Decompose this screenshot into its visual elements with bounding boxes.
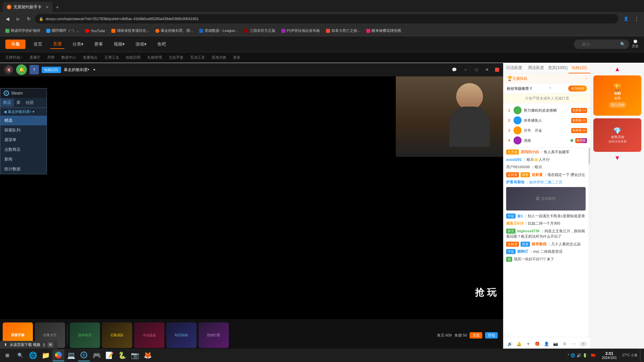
ad-banner-1[interactable]: 🏆 钻粉 金秋 进入活动 xyxy=(593,75,641,116)
chat-tab-weekly[interactable]: 周活跃度 xyxy=(525,63,547,73)
chat-toggle-icon[interactable]: 💬 xyxy=(449,65,459,74)
banner-item-3[interactable]: 召集战队 xyxy=(102,322,132,348)
minimize-button[interactable]: – xyxy=(462,66,470,74)
nav-match[interactable]: 赛事 xyxy=(92,40,106,49)
stream-video-black[interactable]: 抢 玩 xyxy=(0,76,503,319)
notification-close-btn[interactable]: ✕ xyxy=(48,342,53,347)
bookmark-league[interactable]: 英雄数据 - League... xyxy=(197,27,241,34)
chat-tab-diamond[interactable]: 钻粉(32) xyxy=(569,63,590,73)
search-icon[interactable]: 🔍 xyxy=(620,42,625,47)
chat-btn-gift[interactable]: 🎁 xyxy=(533,340,541,348)
chat-btn-volume[interactable]: 🔊 xyxy=(506,340,514,348)
systray-network[interactable]: 🌐 xyxy=(571,353,575,358)
steam-nav-library[interactable]: 库 xyxy=(14,99,23,107)
steam-menu-wishlist[interactable]: 愿望单 xyxy=(0,135,47,145)
nav-games[interactable]: 游戏▾ xyxy=(133,40,149,49)
chat-btn-more[interactable]: ⋯ xyxy=(570,340,578,348)
sub-nav-4[interactable]: 直播地点 xyxy=(83,55,98,60)
sub-nav-10[interactable]: 星海功效 xyxy=(212,55,226,60)
bookmark-network[interactable]: 网虚同学的矿物间 xyxy=(3,27,43,34)
bookmark-henhenhenhne[interactable]: 嗯哼嗯哼（'·'）... xyxy=(44,27,82,34)
close-button[interactable]: ✕ xyxy=(483,66,491,74)
bookmark-yifei[interactable]: 约伊菲扯地址发布板 xyxy=(279,27,323,34)
taskbar-notes[interactable]: 📝 xyxy=(103,349,115,361)
taskbar-edge[interactable]: 🌐 xyxy=(27,349,39,361)
taskbar-camera-app[interactable]: 📷 xyxy=(129,349,141,361)
taskbar-weather[interactable]: 17°C 小满 xyxy=(620,353,639,358)
sub-nav-3[interactable]: 数据中心 xyxy=(61,55,76,60)
steam-menu-stats[interactable]: 统计数据 xyxy=(0,164,47,174)
recharge-button[interactable]: 充值 xyxy=(470,332,482,339)
follow-button[interactable]: ▾ xyxy=(93,67,95,72)
banner-item-6[interactable]: 扭动行星 xyxy=(199,322,229,348)
taskbar-terminal[interactable]: 💻 xyxy=(65,349,77,361)
steam-menu-points[interactable]: 点数商店 xyxy=(0,145,47,155)
gift-bag-button[interactable]: 背包 xyxy=(485,332,498,339)
fan-level-help[interactable]: ? xyxy=(549,86,551,90)
fan-badge-button[interactable]: 成为钻粉 xyxy=(568,85,587,92)
steam-nav-community[interactable]: 社区 xyxy=(23,99,37,107)
steam-menu-discovery[interactable]: 探索队列 xyxy=(0,125,47,135)
nav-video[interactable]: 视频▾ xyxy=(111,40,127,49)
banner-item-5[interactable]: 钻石钻钻 xyxy=(166,322,197,348)
bookmark-sanguo[interactable]: 三国杀官方正版 xyxy=(241,27,278,34)
ad-banner-2[interactable]: 💎 金秋活动 金秋活动来袭 xyxy=(593,118,641,152)
douyu-logo[interactable]: 斗鱼 xyxy=(5,40,25,49)
sub-nav-2[interactable]: 丹野 xyxy=(47,55,55,60)
chat-tab-daily[interactable]: 日活跃度 xyxy=(503,63,525,73)
forward-button[interactable]: ▶ xyxy=(13,14,23,23)
nav-fishbar[interactable]: 鱼吧 xyxy=(155,40,169,49)
active-tab[interactable]: 鱼 无畏契约新手卡 ✕ xyxy=(3,2,53,12)
taskbar-firefox-app[interactable]: 🦊 xyxy=(142,349,154,361)
nav-live[interactable]: 直播 xyxy=(50,40,64,49)
taskbar-discord[interactable]: 🎮 xyxy=(91,349,103,361)
nav-home[interactable]: 首页 xyxy=(31,40,45,49)
systray-battery[interactable]: 🔋 xyxy=(583,353,587,358)
sub-nav-9[interactable]: 互动工具 xyxy=(190,55,205,60)
address-bar[interactable]: 🔒 douyu.com/topic/wwxsk?rid=251783&dyshi… xyxy=(35,14,619,23)
chat-btn-user[interactable]: 👤 xyxy=(543,340,550,348)
bookmark-canada[interactable]: 加拿大死亡之旅... xyxy=(323,27,363,34)
bookmark-sakura[interactable]: 醒来被樱花绕包围 xyxy=(364,27,404,34)
show-desktop-button[interactable] xyxy=(640,349,643,362)
bookmark-baozou[interactable]: 暴走的银剑君、限... xyxy=(153,27,196,34)
chat-btn-camera[interactable]: 📷 xyxy=(552,340,559,348)
sub-nav-6[interactable]: 知能启用 xyxy=(126,55,141,60)
down-scroll-btn[interactable]: ▼ xyxy=(593,155,641,162)
banner-item-4[interactable]: 小么运运 xyxy=(134,322,164,348)
maximize-button[interactable]: □ xyxy=(472,66,480,74)
nav-category[interactable]: 分类▾ xyxy=(70,40,86,49)
taskbar-explorer[interactable]: 📁 xyxy=(40,349,52,361)
mic-button[interactable]: 🔇 xyxy=(4,65,13,74)
up-scroll-btn[interactable]: ▲ xyxy=(593,66,641,73)
profile-icon[interactable]: 👤 xyxy=(621,14,631,23)
sub-nav-5[interactable]: 王博工业 xyxy=(104,55,119,60)
refresh-button[interactable]: ↻ xyxy=(24,14,34,23)
new-tab-button[interactable]: + xyxy=(53,3,62,12)
back-button[interactable]: ◀ xyxy=(3,14,12,23)
windows-start-button[interactable]: ⊞ xyxy=(1,349,13,361)
chat-btn-bell[interactable]: 🔔 xyxy=(515,340,523,348)
banner-item-2[interactable]: 森林秘境 xyxy=(70,322,100,348)
sub-nav-7[interactable]: 礼物管理 xyxy=(147,55,162,60)
steam-menu-featured[interactable]: 精选 xyxy=(0,116,47,125)
settings-icon[interactable]: ⋮ xyxy=(632,14,641,23)
chat-tab-vip[interactable]: 贵宾(1091) xyxy=(547,63,569,73)
steam-nav-store[interactable]: 商店 xyxy=(0,99,14,107)
sub-nav-1[interactable]: 直播厅 xyxy=(30,55,41,60)
taskbar-notification[interactable]: 🇨🇳 xyxy=(588,353,598,358)
chat-btn-settings[interactable]: ⚙ xyxy=(561,340,569,348)
steam-menu-news[interactable]: 新闻 xyxy=(0,155,47,164)
sub-nav-0[interactable]: 王牌作战♀ xyxy=(5,55,23,60)
bookmark-youtube[interactable]: YouTube xyxy=(83,28,108,34)
bookmark-hunan[interactable]: 湖南省投资项目在... xyxy=(109,27,152,34)
taskbar-chrome[interactable] xyxy=(52,349,64,361)
sub-nav-8[interactable]: 九轮手套 xyxy=(169,55,183,60)
host-recommend-label[interactable]: 主播投稿 xyxy=(513,76,527,81)
taskbar-python[interactable]: 🐍 xyxy=(116,349,128,361)
chat-btn-heart[interactable]: ♥ xyxy=(524,340,532,348)
sub-nav-11[interactable]: 更多 xyxy=(233,55,240,60)
bell-button[interactable]: 🔔 xyxy=(16,64,27,75)
windows-search-button[interactable]: 🔍 xyxy=(14,349,26,361)
systray-volume[interactable]: 🔊 xyxy=(577,353,581,358)
